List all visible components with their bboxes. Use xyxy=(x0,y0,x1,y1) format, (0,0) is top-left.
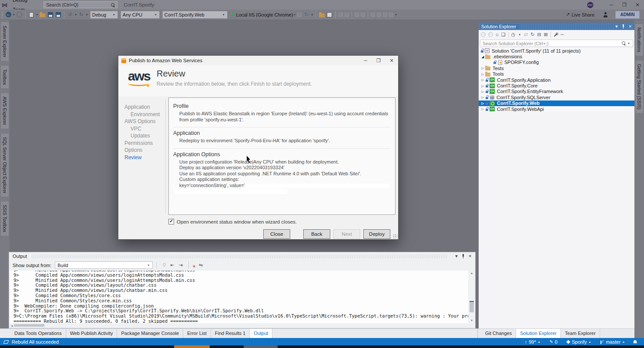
repository-indicator[interactable]: Sporify ▲ xyxy=(567,339,591,345)
platform-combo[interactable]: Any CPU▼ xyxy=(121,11,160,19)
save-icon[interactable] xyxy=(48,12,53,17)
home-icon[interactable]: ⌂ xyxy=(496,32,499,37)
collapsed-arrow-icon[interactable]: ▷ xyxy=(480,72,485,76)
back-icon[interactable]: ◁ xyxy=(481,32,486,37)
panel-tab-output[interactable]: Output xyxy=(250,329,272,338)
tree-item-tools[interactable]: ▷Tools xyxy=(479,71,634,77)
start-debugging-icon[interactable]: ▶ xyxy=(231,12,235,17)
open-file-icon[interactable] xyxy=(40,13,45,17)
switch-views-icon[interactable]: ❏ xyxy=(501,32,506,37)
collapsed-arrow-icon[interactable]: ▷ xyxy=(480,101,485,105)
panel-tab-error-list[interactable]: Error List xyxy=(183,329,211,338)
side-tab-aws-explorer[interactable]: AWS Explorer xyxy=(0,93,9,129)
live-share-button[interactable]: Live Share xyxy=(571,12,594,17)
go-to-previous-message-icon[interactable]: ⇤ xyxy=(170,262,174,268)
vertical-scrollbar[interactable]: ▲ ▼ xyxy=(469,271,475,323)
menu-item-debug[interactable]: Debug xyxy=(10,0,40,5)
collapsed-arrow-icon[interactable]: ▷ xyxy=(480,78,485,82)
tree-item-tests[interactable]: ▷Tests xyxy=(479,65,634,71)
toolbar-grip[interactable] xyxy=(1,11,3,18)
checkbox-checked-icon[interactable] xyxy=(168,219,174,224)
back-button[interactable]: Back xyxy=(303,229,330,239)
navigate-forward-icon[interactable]: → xyxy=(17,12,22,17)
wizard-step-environment[interactable]: Environment xyxy=(124,111,166,118)
window-position-icon[interactable]: ▼ xyxy=(455,254,459,258)
scrollbar-thumb[interactable] xyxy=(14,324,44,327)
new-file-icon[interactable] xyxy=(29,12,34,17)
branch-indicator[interactable]: master ▲ xyxy=(600,339,625,345)
collapsed-arrow-icon[interactable]: ▷ xyxy=(480,95,485,99)
collapsed-arrow-icon[interactable]: ▷ xyxy=(480,84,485,88)
pin-icon[interactable] xyxy=(462,254,465,258)
undo-dropdown-icon[interactable]: ▼ xyxy=(74,13,77,16)
refresh-dropdown-icon[interactable]: ▼ xyxy=(311,13,313,16)
tree-item-corrit-sporify-sqlserver[interactable]: ▷CorrIT.Sporify.SQLServer xyxy=(479,94,634,100)
tree-item-corrit-sporify-application[interactable]: ▷C#CorrIT.Sporify.Application xyxy=(479,77,634,83)
panel-tab-solution-explorer[interactable]: Solution Explorer xyxy=(516,329,561,338)
pending-changes-filter-icon[interactable]: ◷ xyxy=(511,32,516,37)
scrollbar-thumb[interactable] xyxy=(470,301,474,312)
status-window-option[interactable]: Open environment status window when wiza… xyxy=(168,219,297,224)
expanded-arrow-icon[interactable]: ◢ xyxy=(480,55,485,59)
tree-item-ebextensions[interactable]: ◢.ebextensions xyxy=(479,54,634,59)
side-tab-getting-started-ssis[interactable]: Getting Started (SSIS) xyxy=(635,60,644,113)
side-tab-notifications[interactable]: Notifications xyxy=(635,23,644,56)
titlebar-drag-texture[interactable] xyxy=(31,254,447,258)
dialog-close-button[interactable]: ✕ xyxy=(385,56,398,65)
run-target-dropdown-icon[interactable]: ▼ xyxy=(293,13,296,16)
deploy-button[interactable]: Deploy xyxy=(363,229,390,239)
side-tab-sql-server-object-explorer[interactable]: SQL Server Object Explorer xyxy=(0,133,9,197)
dialog-titlebar[interactable]: Publish to Amazon Web Services ─ ❒ ✕ xyxy=(118,56,398,65)
forward-icon[interactable]: ▷ xyxy=(488,32,493,37)
wizard-step-application[interactable]: Application xyxy=(124,104,166,111)
minimize-button[interactable]: ─ xyxy=(605,0,618,10)
tree-item-corrit-sporify-webapi[interactable]: ▷C#CorrIT.Sporify.WebApi xyxy=(479,106,634,112)
back-dropdown-icon[interactable]: ▼ xyxy=(13,13,15,16)
admin-button[interactable]: ADMIN xyxy=(615,11,640,19)
wizard-step-aws-options[interactable]: AWS Options xyxy=(124,118,166,125)
browser-link-icon[interactable] xyxy=(327,12,332,17)
toggle-word-wrap-icon[interactable]: ⇋ xyxy=(199,262,203,268)
filter-dropdown-icon[interactable]: ▼ xyxy=(518,33,521,36)
new-file-dropdown-icon[interactable]: ▼ xyxy=(36,13,38,16)
close-panel-icon[interactable]: ✕ xyxy=(468,254,472,258)
panel-tab-git-changes[interactable]: Git Changes xyxy=(481,329,516,338)
configuration-combo[interactable]: Debug▼ xyxy=(90,11,118,19)
side-tab-toolbox[interactable]: Toolbox xyxy=(0,65,9,89)
outgoing-commits-indicator[interactable]: ↑ 99* ▲ xyxy=(525,339,540,345)
tree-item-sporify-config[interactable]: SPORIFY.config xyxy=(479,60,634,65)
close-button[interactable]: ✕ xyxy=(631,0,644,10)
properties-wrench-icon[interactable] xyxy=(553,33,558,37)
window-position-icon[interactable]: ▼ xyxy=(615,24,619,29)
user-avatar[interactable]: CC xyxy=(587,2,594,8)
side-tab-ssis-toolbox[interactable]: SSIS Toolbox xyxy=(0,201,9,236)
solution-explorer-search-box[interactable]: Search Solution Explorer (Ctrl+;) ▼ xyxy=(480,40,633,47)
output-source-combo[interactable]: Build ▼ xyxy=(55,261,153,269)
wizard-step-permissions[interactable]: Permissions xyxy=(124,140,166,147)
tree-item-corrit-sporify-entityframework[interactable]: ▷C#CorrIT.Sporify.EntityFramework xyxy=(479,89,634,94)
notifications-bell-icon[interactable] xyxy=(633,340,637,344)
panel-tab-web-publish-activity[interactable]: Web Publish Activity xyxy=(66,329,117,338)
resize-grip[interactable] xyxy=(393,234,397,238)
add-user-icon[interactable] xyxy=(603,12,608,17)
close-button[interactable]: Close xyxy=(263,229,290,239)
collapsed-arrow-icon[interactable]: ▷ xyxy=(480,107,485,111)
quick-search-box[interactable]: Search (Ctrl+Q) xyxy=(44,1,117,8)
search-options-icon[interactable]: ▼ xyxy=(627,42,630,45)
go-to-next-message-icon[interactable]: ⇥ xyxy=(179,262,183,268)
refresh-icon[interactable]: ↻ xyxy=(303,11,310,18)
tree-item-corrit-sporify-core[interactable]: ▷C#CorrIT.Sporify.Core xyxy=(479,83,634,88)
save-all-icon[interactable] xyxy=(56,12,61,17)
maximize-button[interactable]: ❒ xyxy=(618,0,631,10)
output-titlebar[interactable]: Output ▼ ✕ xyxy=(9,252,475,260)
redo-dropdown-icon[interactable]: ▼ xyxy=(86,13,88,16)
pin-icon[interactable] xyxy=(622,24,625,29)
panel-tab-data-tools-operations[interactable]: Data Tools Operations xyxy=(10,329,66,338)
wizard-step-options[interactable]: Options xyxy=(124,147,166,154)
scroll-left-icon[interactable]: ◀ xyxy=(10,324,14,327)
navigate-back-icon[interactable]: ← xyxy=(6,12,11,17)
tree-item-corrit-sporify-web[interactable]: ▷CorrIT.Sporify.Web xyxy=(479,100,634,106)
run-target-label[interactable]: Local IIS (Google Chrome) xyxy=(236,12,293,17)
scroll-up-icon[interactable]: ▲ xyxy=(469,271,475,276)
collapse-all-icon[interactable]: ⊟ xyxy=(537,32,541,37)
